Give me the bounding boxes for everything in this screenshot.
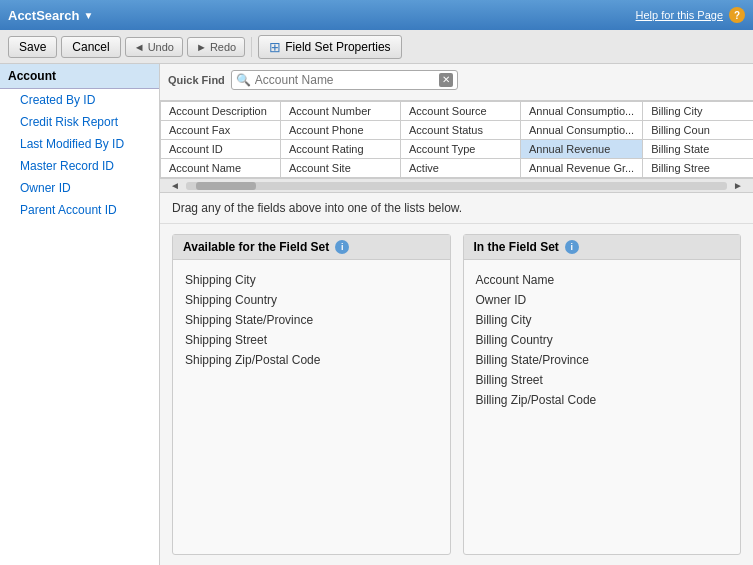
table-cell[interactable]: Account Phone xyxy=(281,121,401,140)
toolbar-divider xyxy=(251,37,252,57)
right-panel: Quick Find 🔍 ✕ Account DescriptionAccoun… xyxy=(160,64,753,565)
in-field-set-item[interactable]: Billing City xyxy=(476,310,729,330)
fields-table: Account DescriptionAccount NumberAccount… xyxy=(160,101,753,178)
table-cell[interactable]: Account Source xyxy=(401,102,521,121)
sidebar-item-master-record[interactable]: Master Record ID xyxy=(0,155,159,177)
header: AcctSearch ▼ Help for this Page ? xyxy=(0,0,753,30)
available-panel-item[interactable]: Shipping State/Province xyxy=(185,310,438,330)
clear-search-button[interactable]: ✕ xyxy=(439,73,453,87)
header-left: AcctSearch ▼ xyxy=(8,8,93,23)
table-cell[interactable]: Account Status xyxy=(401,121,521,140)
sidebar-header: Account xyxy=(0,64,159,89)
table-icon: ⊞ xyxy=(269,39,281,55)
in-field-set-item[interactable]: Billing State/Province xyxy=(476,350,729,370)
table-cell[interactable]: Account Site xyxy=(281,159,401,178)
undo-button[interactable]: ◄ Undo xyxy=(125,37,183,57)
cancel-button[interactable]: Cancel xyxy=(61,36,120,58)
table-cell[interactable]: Account Number xyxy=(281,102,401,121)
in-field-set-panel-title: In the Field Set xyxy=(474,240,559,254)
quick-find-label: Quick Find xyxy=(168,74,225,86)
table-cell[interactable]: Active xyxy=(401,159,521,178)
table-cell[interactable]: Annual Consumptio... xyxy=(521,121,643,140)
in-field-set-item[interactable]: Billing Country xyxy=(476,330,729,350)
in-field-set-info-icon[interactable]: i xyxy=(565,240,579,254)
scroll-left-icon[interactable]: ◄ xyxy=(166,180,184,191)
table-cell[interactable]: Account Fax xyxy=(161,121,281,140)
table-cell[interactable]: Billing Stree xyxy=(643,159,753,178)
table-cell[interactable]: Annual Revenue Gr... xyxy=(521,159,643,178)
toolbar: Save Cancel ◄ Undo ► Redo ⊞ Field Set Pr… xyxy=(0,30,753,64)
table-cell[interactable]: Billing Coun xyxy=(643,121,753,140)
search-input-wrap: 🔍 ✕ xyxy=(231,70,458,90)
in-field-set-panel-body: Account NameOwner IDBilling CityBilling … xyxy=(464,260,741,554)
sidebar-item-parent[interactable]: Parent Account ID xyxy=(0,199,159,221)
table-cell[interactable]: Account Rating xyxy=(281,140,401,159)
table-cell[interactable]: Annual Consumptio... xyxy=(521,102,643,121)
scroll-thumb[interactable] xyxy=(196,182,256,190)
table-cell[interactable]: Account Description xyxy=(161,102,281,121)
sidebar-item-credit-risk-report[interactable]: Credit Risk Report xyxy=(0,111,159,133)
fields-table-area: Account DescriptionAccount NumberAccount… xyxy=(160,101,753,179)
quick-find-area: Quick Find 🔍 ✕ xyxy=(160,64,753,101)
available-panel-item[interactable]: Shipping Country xyxy=(185,290,438,310)
header-right: Help for this Page ? xyxy=(636,7,745,23)
horizontal-scroll-bar[interactable]: ◄ ► xyxy=(160,179,753,193)
quick-find-row: Quick Find 🔍 ✕ xyxy=(168,70,745,90)
sidebar-item-last-modified[interactable]: Last Modified By ID xyxy=(0,133,159,155)
in-field-set-item[interactable]: Owner ID xyxy=(476,290,729,310)
search-input[interactable] xyxy=(255,73,435,87)
table-cell[interactable]: Annual Revenue xyxy=(521,140,643,159)
available-panel-item[interactable]: Shipping City xyxy=(185,270,438,290)
in-field-set-item[interactable]: Billing Street xyxy=(476,370,729,390)
in-field-set-panel-header: In the Field Set i xyxy=(464,235,741,260)
table-cell[interactable]: Billing City xyxy=(643,102,753,121)
help-link[interactable]: Help for this Page xyxy=(636,9,723,21)
redo-button[interactable]: ► Redo xyxy=(187,37,245,57)
sidebar: Account Created By ID Credit Risk Report… xyxy=(0,64,160,565)
table-cell[interactable]: Billing State xyxy=(643,140,753,159)
search-icon: 🔍 xyxy=(236,73,251,87)
main-content: Account Created By ID Credit Risk Report… xyxy=(0,64,753,565)
available-info-icon[interactable]: i xyxy=(335,240,349,254)
in-field-set-panel: In the Field Set i Account NameOwner IDB… xyxy=(463,234,742,555)
table-cell[interactable]: Account ID xyxy=(161,140,281,159)
available-panel-item[interactable]: Shipping Street xyxy=(185,330,438,350)
table-cell[interactable]: Account Name xyxy=(161,159,281,178)
drag-instruction: Drag any of the fields above into one of… xyxy=(160,193,753,224)
in-field-set-item[interactable]: Billing Zip/Postal Code xyxy=(476,390,729,410)
field-set-properties-button[interactable]: ⊞ Field Set Properties xyxy=(258,35,401,59)
bottom-section: Available for the Field Set i Shipping C… xyxy=(160,224,753,565)
sidebar-item-owner[interactable]: Owner ID xyxy=(0,177,159,199)
in-field-set-item[interactable]: Account Name xyxy=(476,270,729,290)
fields-table-scroll[interactable]: Account DescriptionAccount NumberAccount… xyxy=(160,101,753,178)
available-panel-header: Available for the Field Set i xyxy=(173,235,450,260)
dropdown-arrow-icon[interactable]: ▼ xyxy=(84,10,94,21)
app-title: AcctSearch xyxy=(8,8,80,23)
available-panel: Available for the Field Set i Shipping C… xyxy=(172,234,451,555)
table-cell[interactable]: Account Type xyxy=(401,140,521,159)
scroll-right-icon[interactable]: ► xyxy=(729,180,747,191)
save-button[interactable]: Save xyxy=(8,36,57,58)
sidebar-item-created-by-id[interactable]: Created By ID xyxy=(0,89,159,111)
available-panel-body: Shipping CityShipping CountryShipping St… xyxy=(173,260,450,554)
scroll-track[interactable] xyxy=(186,182,727,190)
available-panel-title: Available for the Field Set xyxy=(183,240,329,254)
available-panel-item[interactable]: Shipping Zip/Postal Code xyxy=(185,350,438,370)
help-icon[interactable]: ? xyxy=(729,7,745,23)
